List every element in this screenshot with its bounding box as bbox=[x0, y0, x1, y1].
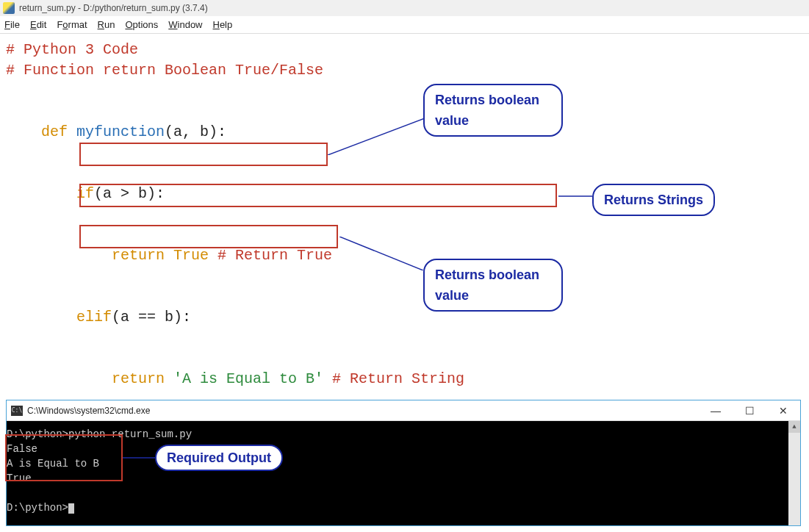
cmd-title-text: C:\Windows\system32\cmd.exe bbox=[27, 406, 150, 416]
menu-edit[interactable]: Edit bbox=[30, 19, 46, 30]
idle-title-text: return_sum.py - D:/python/return_sum.py … bbox=[19, 3, 208, 13]
menu-format[interactable]: Format bbox=[57, 19, 87, 30]
cmd-icon: C:\ bbox=[11, 406, 23, 416]
idle-app-icon bbox=[3, 2, 15, 14]
callout-strings: Returns Strings bbox=[592, 184, 715, 216]
cmd-line: D:\python>python return_sum.py bbox=[7, 427, 794, 442]
cmd-scrollbar[interactable]: ▲ bbox=[788, 421, 800, 525]
menu-help[interactable]: Help bbox=[213, 19, 233, 30]
cmd-line: True bbox=[7, 471, 794, 486]
kw-if: if bbox=[41, 185, 94, 202]
blank-line bbox=[6, 81, 803, 101]
maximize-button[interactable]: ☐ bbox=[733, 400, 766, 420]
kw-return: return bbox=[41, 370, 165, 387]
cond: (a == b): bbox=[112, 309, 191, 326]
cmd-window: C:\ C:\Windows\system32\cmd.exe — ☐ ✕ D:… bbox=[6, 400, 801, 526]
code-editor[interactable]: # Python 3 Code # Function return Boolea… bbox=[0, 34, 809, 379]
cmt: # Return True bbox=[217, 247, 332, 264]
callout-bool-2: Returns boolean value bbox=[423, 259, 563, 312]
cmd-body[interactable]: D:\python>python return_sum.py False A i… bbox=[7, 421, 800, 525]
menu-options[interactable]: Options bbox=[125, 19, 158, 30]
cmd-line: False bbox=[7, 442, 794, 456]
window-controls: — ☐ ✕ bbox=[699, 400, 800, 420]
menu-run[interactable]: Run bbox=[98, 19, 115, 30]
code-comment: # Function return Boolean True/False bbox=[6, 62, 323, 79]
cond: (a > b): bbox=[94, 185, 165, 202]
cmd-line: A is Equal to B bbox=[7, 456, 794, 471]
scroll-up-icon[interactable]: ▲ bbox=[788, 421, 800, 433]
minimize-button[interactable]: — bbox=[699, 400, 733, 420]
cursor-icon bbox=[68, 503, 74, 514]
cmd-titlebar[interactable]: C:\ C:\Windows\system32\cmd.exe — ☐ ✕ bbox=[7, 400, 800, 421]
kw-elif: elif bbox=[41, 309, 112, 326]
menu-window[interactable]: Window bbox=[168, 19, 202, 30]
callout-output: Required Output bbox=[155, 445, 283, 471]
kw-return: return bbox=[41, 247, 165, 264]
callout-bool-1: Returns boolean value bbox=[423, 84, 563, 137]
close-button[interactable]: ✕ bbox=[766, 400, 800, 420]
cmd-prompt: D:\python> bbox=[7, 500, 794, 515]
cmd-line bbox=[7, 486, 794, 500]
params: (a, b): bbox=[165, 123, 226, 140]
val-true: True bbox=[165, 247, 217, 264]
menu-file[interactable]: File bbox=[4, 19, 20, 30]
kw-def: def bbox=[41, 123, 68, 140]
cmt: # Return String bbox=[332, 370, 464, 387]
code-comment: # Python 3 Code bbox=[6, 41, 138, 58]
val-str: 'A is Equal to B' bbox=[165, 370, 332, 387]
idle-titlebar: return_sum.py - D:/python/return_sum.py … bbox=[0, 0, 809, 16]
fn-name: myfunction bbox=[68, 123, 165, 140]
menu-bar: File Edit Format Run Options Window Help bbox=[0, 16, 809, 34]
